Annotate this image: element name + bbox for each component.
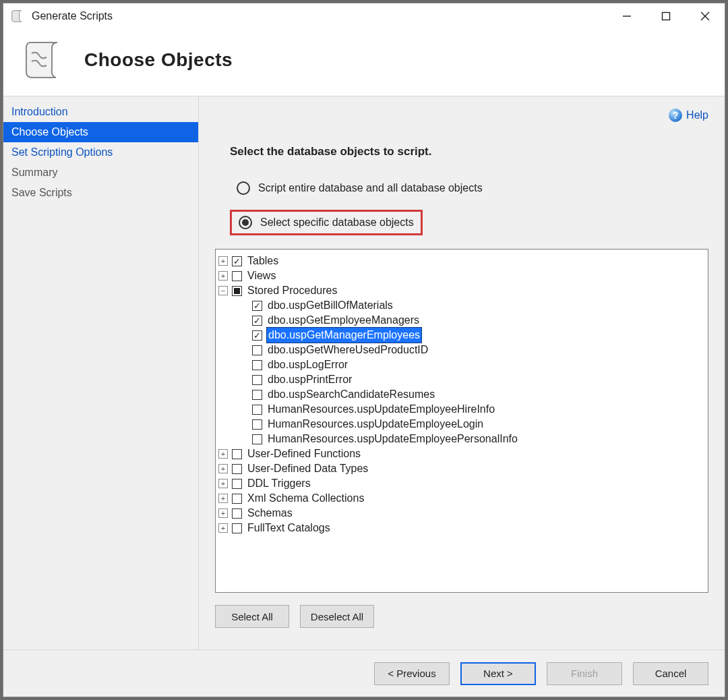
checkbox-icon — [232, 479, 242, 489]
maximize-button[interactable] — [646, 3, 686, 29]
expand-icon[interactable]: + — [218, 479, 228, 488]
nav-item-choose-objects: Choose Objects — [3, 122, 198, 142]
tree-node-label: FullText Catalogs — [246, 521, 332, 535]
tree-node-label: dbo.uspGetEmployeeManagers — [266, 313, 421, 328]
tree-node-label: dbo.uspLogError — [266, 357, 349, 372]
tree-node-label: User-Defined Functions — [246, 446, 362, 461]
tree-node-label: Xml Schema Collections — [246, 491, 365, 506]
checkbox-icon — [232, 523, 242, 533]
checkbox-icon — [232, 494, 242, 504]
checkbox-icon — [232, 449, 242, 459]
checkbox-icon — [232, 271, 242, 281]
instruction-text: Select the database objects to script. — [230, 145, 708, 158]
expand-icon[interactable]: + — [218, 464, 228, 473]
nav-item-set-scripting-options[interactable]: Set Scripting Options — [3, 142, 198, 163]
titlebar: Generate Scripts — [3, 3, 725, 29]
tree-node[interactable]: dbo.uspSearchCandidateResumes — [218, 387, 705, 402]
script-large-icon — [22, 38, 65, 82]
radio-option-1[interactable]: Select specific database objects — [230, 210, 423, 235]
tree-node[interactable]: +FullText Catalogs — [218, 521, 705, 535]
finish-button: Finish — [547, 662, 622, 685]
tree-node-label: dbo.uspGetManagerEmployees — [266, 327, 422, 343]
checkbox-icon: ✓ — [252, 316, 262, 326]
tree-node[interactable]: dbo.uspGetWhereUsedProductID — [218, 343, 705, 357]
checkbox-icon — [252, 390, 262, 400]
tree-node[interactable]: dbo.uspLogError — [218, 357, 705, 372]
next-button[interactable]: Next > — [460, 662, 536, 685]
tree-node[interactable]: ✓dbo.uspGetEmployeeManagers — [218, 313, 705, 328]
help-link[interactable]: ? Help — [669, 109, 708, 122]
expand-icon[interactable]: + — [218, 449, 228, 459]
minimize-button[interactable] — [607, 3, 646, 29]
objects-tree[interactable]: +✓Tables+Views−Stored Procedures✓dbo.usp… — [215, 249, 708, 593]
checkbox-icon — [252, 360, 262, 370]
tree-node-label: dbo.uspSearchCandidateResumes — [266, 387, 436, 402]
expand-icon[interactable]: + — [218, 494, 228, 503]
help-label: Help — [686, 109, 708, 121]
close-button[interactable] — [686, 3, 725, 29]
checkbox-icon: ✓ — [252, 301, 262, 311]
page-title: Choose Objects — [84, 49, 233, 71]
checkbox-icon — [252, 434, 262, 444]
tree-node-label: User-Defined Data Types — [246, 461, 369, 476]
tree-node-label: Stored Procedures — [246, 283, 338, 298]
tree-node[interactable]: HumanResources.uspUpdateEmployeePersonal… — [218, 432, 705, 446]
wizard-nav: IntroductionChoose ObjectsSet Scripting … — [3, 96, 199, 649]
cancel-button[interactable]: Cancel — [633, 662, 708, 685]
checkbox-icon — [232, 286, 242, 296]
tree-node-label: dbo.uspGetBillOfMaterials — [266, 298, 394, 313]
tree-node[interactable]: ✓dbo.uspGetBillOfMaterials — [218, 298, 705, 313]
tree-node[interactable]: HumanResources.uspUpdateEmployeeLogin — [218, 417, 705, 432]
checkbox-icon: ✓ — [232, 256, 242, 266]
tree-node[interactable]: dbo.uspPrintError — [218, 372, 705, 387]
checkbox-icon: ✓ — [252, 330, 262, 341]
select-all-button[interactable]: Select All — [215, 605, 289, 628]
svg-rect-1 — [663, 13, 670, 20]
expand-icon[interactable]: + — [218, 256, 228, 266]
expand-icon[interactable]: + — [218, 523, 228, 533]
tree-node-label: Views — [246, 268, 277, 283]
tree-node-label: dbo.uspPrintError — [266, 372, 353, 387]
tree-node[interactable]: +User-Defined Functions — [218, 446, 705, 461]
tree-node-label: HumanResources.uspUpdateEmployeePersonal… — [266, 432, 519, 446]
checkbox-icon — [232, 464, 242, 474]
tree-node[interactable]: +User-Defined Data Types — [218, 461, 705, 476]
deselect-all-button[interactable]: Deselect All — [300, 605, 374, 628]
radio-option-0[interactable]: Script entire database and all database … — [230, 177, 708, 199]
main-panel: ? Help Select the database objects to sc… — [199, 96, 725, 649]
checkbox-icon — [252, 405, 262, 415]
wizard-body: IntroductionChoose ObjectsSet Scripting … — [3, 96, 725, 649]
nav-item-save-scripts: Save Scripts — [3, 183, 198, 203]
tree-node[interactable]: +Xml Schema Collections — [218, 491, 705, 506]
collapse-icon[interactable]: − — [218, 286, 228, 295]
wizard-header: Choose Objects — [3, 29, 725, 96]
tree-node[interactable]: +DDL Triggers — [218, 476, 705, 491]
radio-label: Script entire database and all database … — [258, 182, 483, 194]
tree-node[interactable]: −Stored Procedures — [218, 283, 705, 298]
tree-node[interactable]: ✓dbo.uspGetManagerEmployees — [218, 328, 705, 343]
checkbox-icon — [232, 508, 242, 519]
tree-node[interactable]: +✓Tables — [218, 254, 705, 268]
expand-icon[interactable]: + — [218, 271, 228, 281]
previous-button[interactable]: < Previous — [374, 662, 450, 685]
tree-node-label: HumanResources.uspUpdateEmployeeHireInfo — [266, 402, 496, 417]
nav-item-introduction[interactable]: Introduction — [3, 102, 198, 122]
script-icon — [10, 9, 25, 24]
tree-node[interactable]: HumanResources.uspUpdateEmployeeHireInfo — [218, 402, 705, 417]
tree-node-label: HumanResources.uspUpdateEmployeeLogin — [266, 417, 485, 432]
tree-node-label: Tables — [246, 254, 280, 268]
tree-node-label: Schemas — [246, 506, 294, 521]
generate-scripts-wizard: Generate Scripts Choose Objects Introduc… — [3, 3, 725, 697]
tree-node[interactable]: +Schemas — [218, 506, 705, 521]
checkbox-icon — [252, 375, 262, 385]
expand-icon[interactable]: + — [218, 508, 228, 518]
window-title: Generate Scripts — [32, 10, 113, 22]
radio-label: Select specific database objects — [260, 216, 414, 229]
tree-node[interactable]: +Views — [218, 268, 705, 283]
radio-icon — [237, 181, 250, 195]
radio-icon — [239, 216, 252, 229]
tree-node-label: DDL Triggers — [246, 476, 312, 491]
nav-item-summary: Summary — [3, 163, 198, 183]
checkbox-icon — [252, 345, 262, 355]
help-icon: ? — [669, 109, 682, 122]
